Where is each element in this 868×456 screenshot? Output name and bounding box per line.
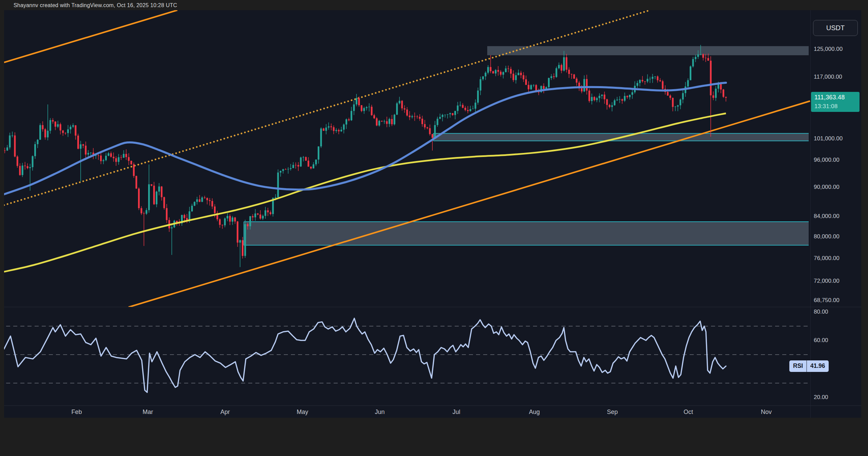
price-axis-label: 76,000.00 <box>814 255 840 262</box>
rsi-line[interactable] <box>4 318 726 392</box>
time-axis-divider[interactable] <box>4 405 861 406</box>
price-axis-label: 125,000.00 <box>814 46 843 53</box>
time-axis-label-feb: Feb <box>71 407 82 418</box>
rsi-label: RSI <box>793 362 803 370</box>
time-axis-label-apr: Apr <box>220 407 230 418</box>
rsi-value-badge: RSI 41.96 <box>789 360 829 372</box>
price-axis-label: 90,000.00 <box>814 184 840 191</box>
pane-divider[interactable] <box>4 307 861 307</box>
channel-trendline[interactable] <box>129 101 810 307</box>
rsi-axis-label: 60.00 <box>814 337 828 344</box>
last-price-badge: 111,363.48 13:31:08 <box>811 92 860 112</box>
time-axis-label-nov: Nov <box>761 407 772 418</box>
rsi-badge-divider <box>806 360 807 372</box>
chart-canvas[interactable] <box>0 0 868 456</box>
price-axis-label: 80,000.00 <box>814 233 840 240</box>
price-axis-label: 68,750.00 <box>814 297 840 304</box>
time-axis-label-jun: Jun <box>375 407 384 418</box>
rsi-value: 41.96 <box>810 362 825 370</box>
channel-midline-dotted[interactable] <box>4 10 650 205</box>
time-axis-label-jul: Jul <box>452 407 460 418</box>
time-axis-label-sep: Sep <box>607 407 618 418</box>
rsi-pane[interactable] <box>4 318 810 392</box>
main-pane[interactable] <box>4 10 810 307</box>
price-axis-label: 72,000.00 <box>814 278 840 284</box>
time-axis-label-oct: Oct <box>684 407 693 418</box>
channel-trendline[interactable] <box>4 10 177 62</box>
bar-countdown: 13:31:08 <box>814 102 860 111</box>
price-axis-label: 84,000.00 <box>814 213 840 220</box>
rsi-axis-label: 80.00 <box>814 309 828 315</box>
time-axis-label-aug: Aug <box>529 407 540 418</box>
supply-demand-zone[interactable] <box>244 222 809 245</box>
time-axis-label-mar: Mar <box>143 407 153 418</box>
price-axis-separator <box>810 10 811 418</box>
price-axis-label: 101,000.00 <box>814 135 843 142</box>
price-axis-label: 96,000.00 <box>814 157 840 163</box>
footer-bar: TradingView <box>0 418 868 456</box>
last-price-value: 111,363.48 <box>814 93 860 102</box>
price-axis-label: 117,000.00 <box>814 74 842 80</box>
time-axis-label-may: May <box>297 407 308 418</box>
rsi-axis-label: 20.00 <box>814 394 828 401</box>
supply-demand-zone[interactable] <box>487 46 809 55</box>
symbol-currency-button[interactable]: USDT <box>813 20 858 36</box>
tradingview-published-chart: Shayannv created with TradingView.com, O… <box>0 0 868 456</box>
